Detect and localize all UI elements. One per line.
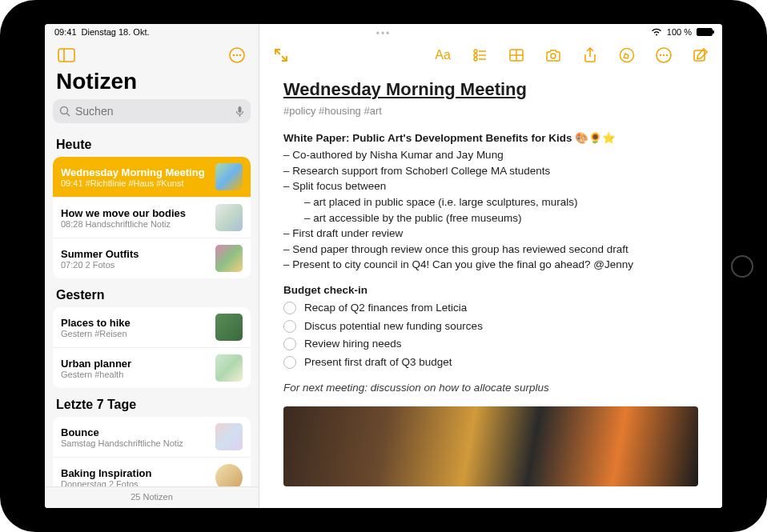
note-line: – First draft under review — [283, 226, 698, 242]
svg-point-6 — [61, 107, 68, 114]
note-item[interactable]: How we move our bodies 08:28 Handschrift… — [53, 197, 251, 238]
note-line: – art placed in public space (i.e. large… — [304, 194, 698, 210]
note-line: – Co-authored by Nisha Kumar and Jay Mun… — [283, 147, 698, 163]
svg-point-23 — [666, 54, 668, 56]
battery-percent: 100 % — [667, 27, 692, 37]
note-thumbnail — [215, 163, 243, 190]
note-item[interactable]: Baking Inspiration Donnerstag 2 Fotos — [53, 457, 251, 486]
share-icon[interactable] — [580, 45, 600, 66]
search-field[interactable] — [53, 99, 251, 123]
checklist-label: Discus potential new funding sources — [304, 318, 483, 334]
note-title: Urban planner — [61, 358, 209, 370]
checkbox-icon[interactable] — [283, 338, 296, 350]
svg-point-13 — [474, 58, 477, 61]
battery-icon — [697, 28, 713, 36]
note-tags: #policy #housing #art — [283, 104, 698, 119]
note-subtitle: 07:20 2 Fotos — [61, 260, 209, 270]
dictate-icon[interactable] — [235, 106, 244, 118]
note-subtitle: Samstag Handschriftliche Notiz — [61, 438, 209, 448]
svg-point-4 — [236, 54, 238, 56]
note-title: Places to hike — [61, 317, 209, 329]
note-line: – Research support from Schoberl College… — [283, 163, 698, 179]
note-title: Summer Outfits — [61, 248, 209, 260]
note-thumbnail — [215, 354, 243, 382]
svg-point-21 — [660, 54, 661, 56]
checklist-label: Present first draft of Q3 budget — [304, 354, 452, 370]
note-thumbnail — [215, 464, 243, 486]
note-line: – art accessible by the public (free mus… — [304, 210, 698, 226]
checklist-item[interactable]: Present first draft of Q3 budget — [283, 354, 698, 370]
note-editor: ••• Aa — [259, 24, 722, 508]
note-thumbnail — [215, 245, 243, 272]
checkbox-icon[interactable] — [283, 320, 296, 333]
note-heading: Wednesday Morning Meeting — [283, 77, 698, 102]
search-icon — [59, 106, 70, 117]
note-subtitle: Gestern #Reisen — [61, 329, 209, 338]
status-bar: 09:41 Dienstag 18. Okt. 100 % — [45, 24, 722, 40]
section-header: Heute — [45, 131, 259, 157]
checklist-label: Recap of Q2 finances from Leticia — [304, 300, 467, 316]
note-section-title: Budget check-in — [283, 282, 698, 298]
note-line: – Present to city council in Q4! Can you… — [283, 257, 698, 273]
note-title: Baking Inspiration — [61, 467, 209, 479]
note-subtitle: Gestern #health — [61, 370, 209, 379]
note-title: Bounce — [61, 426, 209, 438]
note-item[interactable]: Wednesday Morning Meeting 09:41 #Richtli… — [53, 157, 251, 197]
wifi-icon — [651, 28, 662, 36]
note-subtitle: 09:41 #Richtlinie #Haus #Kunst — [61, 178, 209, 188]
checklist-item[interactable]: Review hiring needs — [283, 336, 698, 352]
sidebar-toggle-icon[interactable] — [56, 45, 77, 66]
note-thumbnail — [215, 423, 243, 450]
sidebar-footer: 25 Notizen — [45, 486, 259, 508]
note-item[interactable]: Places to hike Gestern #Reisen — [53, 307, 251, 347]
svg-point-9 — [474, 50, 477, 53]
svg-point-22 — [663, 54, 665, 56]
note-thumbnail — [215, 314, 243, 341]
more-options-icon[interactable] — [227, 45, 247, 66]
note-subtitle: 08:28 Handschriftliche Notiz — [61, 219, 209, 229]
status-date: Dienstag 18. Okt. — [82, 27, 150, 37]
svg-point-3 — [233, 54, 235, 56]
checkbox-icon[interactable] — [283, 356, 296, 369]
table-icon[interactable] — [506, 45, 527, 66]
svg-line-7 — [67, 114, 70, 117]
svg-point-11 — [474, 54, 477, 57]
sidebar-title: Notizen — [45, 67, 259, 99]
note-title: How we move our bodies — [61, 207, 209, 219]
compose-icon[interactable] — [690, 45, 711, 66]
checklist-label: Review hiring needs — [304, 336, 402, 352]
svg-point-19 — [620, 49, 634, 62]
camera-icon[interactable] — [543, 45, 564, 66]
search-input[interactable] — [75, 105, 231, 118]
editor-toolbar: ••• Aa — [259, 40, 722, 69]
expand-icon[interactable] — [271, 45, 291, 66]
note-title: Wednesday Morning Meeting — [61, 166, 209, 178]
note-body[interactable]: Wednesday Morning Meeting #policy #housi… — [259, 69, 722, 508]
note-thumbnail — [215, 204, 243, 231]
more-icon[interactable] — [653, 45, 674, 66]
notes-sidebar: Notizen Heute Wednesday Mornin — [45, 24, 259, 508]
checkbox-icon[interactable] — [283, 302, 296, 314]
note-attached-image[interactable] — [283, 406, 698, 486]
svg-point-18 — [551, 54, 556, 58]
note-item[interactable]: Bounce Samstag Handschriftliche Notiz — [53, 417, 251, 457]
checklist-icon[interactable] — [469, 45, 490, 66]
note-line: – Send paper through review once this gr… — [283, 242, 698, 258]
note-line: – Split focus between — [283, 178, 698, 194]
section-header: Gestern — [45, 282, 259, 307]
note-section-title: White Paper: Public Art's Development Be… — [283, 130, 698, 146]
note-subtitle: Donnerstag 2 Fotos — [61, 479, 209, 487]
markup-icon[interactable] — [616, 45, 637, 66]
checklist-item[interactable]: Recap of Q2 finances from Leticia — [283, 300, 698, 316]
text-format-button[interactable]: Aa — [432, 45, 453, 66]
note-footer-line: For next meeting: discussion on how to a… — [283, 380, 698, 396]
note-item[interactable]: Summer Outfits 07:20 2 Fotos — [53, 238, 251, 278]
home-button[interactable] — [731, 255, 753, 278]
svg-rect-0 — [58, 49, 74, 62]
checklist-item[interactable]: Discus potential new funding sources — [283, 318, 698, 334]
status-time: 09:41 — [54, 27, 77, 37]
note-item[interactable]: Urban planner Gestern #health — [53, 347, 251, 388]
section-header: Letzte 7 Tage — [45, 391, 259, 417]
svg-rect-8 — [239, 106, 242, 113]
svg-point-5 — [239, 54, 241, 56]
